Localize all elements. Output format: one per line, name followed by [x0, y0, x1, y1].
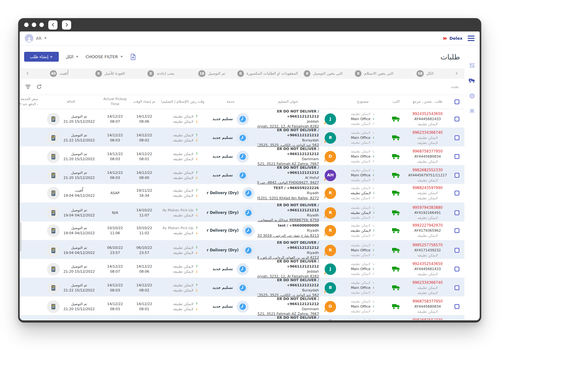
tab-label: تم التوصيل	[208, 71, 226, 76]
pickup-cell: 14/12/2208:03	[100, 152, 130, 162]
tab-label: الكل	[426, 71, 434, 76]
table-row[interactable]: 9962334366740 لايمكن تطبيقه لايمكن تطبيق…	[20, 278, 464, 297]
avatar: J ↓	[325, 263, 336, 275]
time-cell: ↑لايمكن تطبيقه ↓لايمكن تطبيقه	[159, 133, 206, 143]
truck-icon	[392, 228, 401, 234]
address-link[interactable]: FHDG9427، 9427 الوادي، 4842، حي الفيصل	[257, 180, 319, 185]
billing-dollar-icon[interactable]: $	[469, 92, 476, 99]
refresh-icon[interactable]	[36, 84, 42, 90]
filter-icon[interactable]	[25, 85, 30, 89]
reference-number: لايمكن تطبيقه	[417, 159, 438, 164]
order-number-link[interactable]: 9995257756570	[412, 242, 443, 248]
select-all-checkbox[interactable]	[455, 99, 459, 104]
table-row[interactable]: 9924352543650 AY4445681433 لايمكن تطبيقه…	[20, 109, 464, 128]
ref-cell: 9988243597990 لايمكن تطبيقه لايمكن تطبيق…	[406, 185, 449, 201]
table-row[interactable]: 9962334366740 لايمكن تطبيقه لايمكن تطبيق…	[20, 128, 464, 147]
export-xls-icon[interactable]	[130, 53, 136, 60]
tab-label: المفقودات او الطلبات المكسورة	[247, 71, 298, 76]
row-checkbox[interactable]	[455, 135, 459, 140]
address-cell: ER DO NOT DELIVER / +966112121212 Burayd…	[255, 128, 321, 148]
status-tab[interactable]: أُلغيت 40	[34, 70, 84, 77]
created-cell: 10/10/2211:02	[130, 226, 159, 236]
order-number-link[interactable]: 9982682552330	[412, 317, 443, 320]
order-number-link[interactable]: 9968758377950	[412, 149, 443, 154]
traffic-light-dot[interactable]	[39, 23, 44, 27]
service-cell: r Delivery (Dry)	[206, 244, 255, 256]
table-row[interactable]: 9924352543650 AY4445681433 لايمكن تطبيقه…	[20, 259, 464, 278]
address-link[interactable]: RERB6759، 6759 عبدالكريم السمعاني، 4275	[257, 218, 319, 223]
tabs-scroll-right-icon[interactable]	[450, 71, 463, 76]
type-cell	[386, 228, 406, 234]
status-tab[interactable]: الكل 58	[400, 70, 450, 77]
row-checkbox[interactable]	[455, 285, 459, 290]
truck-icon	[392, 116, 401, 122]
browser-forward-button[interactable]	[62, 20, 71, 30]
dashboard-grid-icon[interactable]	[469, 62, 476, 69]
address-link[interactable]: IAB5201, 5201 Khilad Ibn Rafee, 8272	[257, 196, 319, 201]
row-checkbox[interactable]	[455, 173, 459, 178]
table-row[interactable]: 9992227942970 AY4179365962 لايمكن تطبيقه…	[20, 222, 464, 240]
row-checkbox[interactable]	[455, 248, 459, 253]
order-number-link[interactable]: 9992227942970	[412, 223, 443, 228]
order-number-link[interactable]: 9959794383880	[412, 205, 443, 210]
bookmark-icon[interactable]	[469, 108, 476, 115]
search-input[interactable]	[389, 84, 459, 89]
create-order-button[interactable]: + إنشاء طلب	[24, 52, 59, 62]
user-menu[interactable]: AR	[25, 34, 47, 43]
order-number-link[interactable]: 9962334366740	[412, 130, 443, 135]
status-tab[interactable]: يجب إعادته 0	[135, 70, 186, 77]
recipient-name-phone: test / +96600000000	[257, 223, 319, 228]
traffic-light-dot[interactable]	[32, 23, 36, 27]
traffic-light-dot[interactable]	[24, 23, 29, 27]
order-number-link[interactable]: 9924352543650	[412, 111, 443, 117]
status-time: 19:04 04/12/2022	[64, 250, 95, 256]
address-link[interactable]: 8213 شارع يثمة، حي النرجس، 3016 13333	[257, 233, 319, 238]
time-cell: ↑لايمكن تطبيقه ↓لايمكن تطبيقه	[159, 302, 206, 312]
row-checkbox[interactable]	[455, 267, 459, 271]
city: Riyadh	[257, 213, 319, 218]
avatar-cell: D ↓	[321, 151, 339, 162]
table-row[interactable]: 9982682552330 AY4445679751/11217 لايمكن …	[20, 315, 464, 320]
table-row[interactable]: 9959794383880 AY4192166491 لايمكن تطبيقه…	[20, 203, 464, 222]
row-checkbox[interactable]	[455, 210, 459, 215]
avatar-cell: D ↓	[321, 301, 339, 312]
vertical-scrollbar[interactable]	[20, 222, 21, 251]
service-label: تسليم جديد	[213, 135, 233, 140]
status-tab[interactable]: التي يتعين التوصيل 0	[298, 70, 348, 77]
prices-cell: SAR 0.00SAR 0.00SAR 0.00	[20, 130, 41, 146]
status-tab[interactable]: التي يتعين الاستلام 0	[349, 70, 400, 77]
created-cell: 14/12/2208:01	[130, 302, 159, 312]
table-row[interactable]: 9995257756570 AY4171439232 لايمكن تطبيقه…	[20, 240, 464, 259]
orders-truck-icon[interactable]	[469, 77, 476, 84]
row-checkbox[interactable]	[455, 117, 459, 121]
table-row[interactable]: 9968758377950 AY4445680834 لايمكن تطبيقه…	[20, 147, 464, 165]
status-device-icon	[47, 282, 60, 294]
order-number-link[interactable]: 9924352543650	[412, 261, 443, 267]
brand-logo[interactable]: Delex	[443, 36, 463, 41]
table-row[interactable]: 9982682552330 AY4445679751/11217 لايمكن …	[20, 165, 464, 184]
row-checkbox[interactable]	[455, 228, 459, 233]
order-number-link[interactable]: 9988243597990	[412, 185, 443, 191]
service-clock-icon	[242, 244, 254, 256]
status-tab[interactable]: تم التوصيل 18	[186, 70, 237, 77]
row-checkbox[interactable]	[455, 304, 459, 309]
address-cell: ER DO NOT DELIVER / +966112121212 Jeddah…	[255, 259, 321, 279]
order-number-link[interactable]: 9968758377950	[412, 299, 443, 304]
table-row[interactable]: 9968758377950 AY4445680834 لايمكن تطبيقه…	[20, 297, 464, 315]
choose-filter-dropdown[interactable]: CHOOSE FILTER	[85, 54, 123, 59]
delex-logo-icon	[443, 36, 448, 41]
row-checkbox[interactable]	[455, 154, 459, 159]
hamburger-menu-icon[interactable]	[468, 36, 475, 41]
all-filter-dropdown[interactable]: الكل	[66, 54, 79, 59]
order-number-link[interactable]: 9962334366740	[412, 280, 443, 285]
order-number-link[interactable]: 9982682552330	[412, 167, 443, 173]
tabs-scroll-left-icon[interactable]	[22, 71, 34, 76]
browser-back-button[interactable]	[48, 20, 57, 30]
status-tab[interactable]: المفقودات او الطلبات المكسورة 0	[237, 70, 298, 77]
status-tab[interactable]: العودة للأصل 0	[84, 70, 135, 77]
shipment-number: AY4179365962	[414, 228, 441, 233]
status-cell: تم التوصيل 21:22 15/12/2022	[41, 282, 100, 294]
table-row[interactable]: 9988243597990 لايمكن تطبيقه لايمكن تطبيق…	[20, 184, 464, 203]
row-checkbox[interactable]	[455, 191, 459, 195]
pickup-arrow-up-icon: ↑	[195, 152, 198, 157]
